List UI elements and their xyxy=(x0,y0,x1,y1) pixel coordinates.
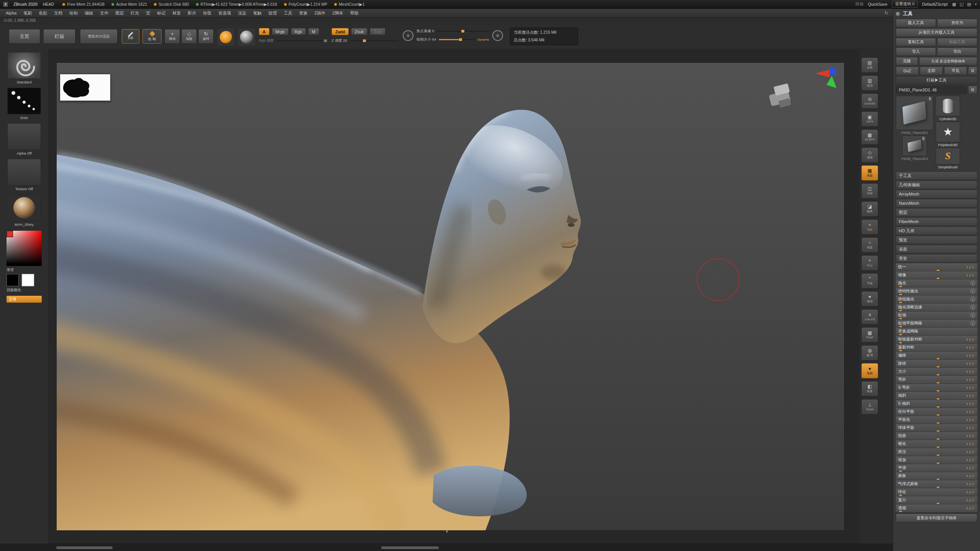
deform-slider[interactable]: 弯折xyz xyxy=(896,376,977,384)
deform-slider[interactable]: 按特性抛光1 xyxy=(896,287,977,295)
current-brush-button[interactable] xyxy=(217,28,235,46)
canvas-document[interactable] xyxy=(56,62,844,531)
zoom3d-button[interactable]: ◎Zoom3D xyxy=(861,93,878,109)
scrollbar-handle[interactable] xyxy=(381,546,439,549)
tool-thumbnail-active[interactable]: 5 xyxy=(896,96,933,130)
menu-item-4[interactable]: 绘制 xyxy=(66,9,81,17)
menu-item-1[interactable]: 笔刷 xyxy=(20,9,35,17)
texture-thumbnail[interactable] xyxy=(7,159,41,186)
doc-panel-icon[interactable]: ▤ xyxy=(967,2,971,7)
m-button[interactable]: M xyxy=(308,28,319,35)
axes-toggle[interactable]: xyz xyxy=(967,394,975,398)
goz-r-button[interactable]: R xyxy=(968,67,977,75)
brush-button[interactable]: ●笔刷 xyxy=(861,363,878,378)
deform-slider[interactable]: 倾斜xyz xyxy=(896,392,977,400)
section-5[interactable]: FiberMesh xyxy=(896,217,977,226)
lightbox-tool-button[interactable]: 灯箱▶工具 xyxy=(896,76,977,85)
focal-shift-slider[interactable] xyxy=(437,31,489,32)
axes-toggle[interactable]: xyz xyxy=(967,450,975,454)
import-button[interactable]: 导入 xyxy=(896,47,936,56)
axes-toggle[interactable]: xyz xyxy=(967,337,975,341)
axes-toggle[interactable]: xyz xyxy=(967,378,975,381)
screen-icon[interactable]: ◱ xyxy=(960,2,964,7)
paste-tool-button[interactable]: 粘贴工具 xyxy=(937,38,977,46)
axes-toggle[interactable]: xyz xyxy=(967,442,975,446)
menu-item-13[interactable]: 拾取 xyxy=(199,9,215,17)
axes-toggle[interactable]: 1 xyxy=(970,321,975,326)
deform-slider[interactable]: 松弛平面网格1 xyxy=(896,320,977,328)
symmetry-button[interactable]: ◫对称 xyxy=(861,183,878,199)
menu-item-18[interactable]: 工具 xyxy=(280,9,296,17)
rgb-intensity-slider[interactable] xyxy=(276,40,326,41)
deform-slider[interactable]: 抛光1 xyxy=(896,279,977,287)
axes-toggle[interactable]: xyz xyxy=(967,354,975,357)
axes-toggle[interactable]: 1 xyxy=(970,305,975,310)
aa-half-button[interactable]: ▩AC50% xyxy=(861,129,878,145)
scroll-button[interactable]: ▥滚动 xyxy=(861,75,878,91)
alpha-thumbnail[interactable] xyxy=(7,123,41,150)
menu-item-17[interactable]: 纹理 xyxy=(265,9,280,17)
tool-thumbnail[interactable]: S xyxy=(936,148,960,165)
deform-slider[interactable]: 镜像xyz xyxy=(896,271,977,279)
draw-size-slider[interactable] xyxy=(439,39,475,40)
axes-toggle[interactable]: 1 xyxy=(970,289,975,293)
goz-visible-button[interactable]: 可见 xyxy=(944,67,967,75)
deform-slider[interactable]: 膨胀xyz xyxy=(896,472,977,480)
deform-slider[interactable]: 球化xyz xyxy=(896,488,977,496)
section-2[interactable]: ArrayMesh xyxy=(896,190,977,198)
quicksave-button[interactable]: QuickSave xyxy=(868,2,887,7)
section-6[interactable]: HD 几何 xyxy=(896,227,977,235)
axes-toggle[interactable]: xyz xyxy=(967,273,975,277)
center-button[interactable]: +中心 xyxy=(861,255,878,271)
section-0[interactable]: 子工具 xyxy=(896,171,977,180)
deform-slider[interactable]: 重力xyz xyxy=(896,496,977,504)
horizontal-scrollbar[interactable] xyxy=(0,544,893,551)
zadd-button[interactable]: Zadd xyxy=(332,28,349,35)
deform-slider[interactable]: 偏移xyz xyxy=(896,352,977,360)
make-polymesh-button[interactable]: 生成 多边形网格物体 xyxy=(919,57,977,65)
menu-item-0[interactable]: Alpha xyxy=(2,9,20,17)
lightbox-button[interactable]: 灯箱 xyxy=(43,29,75,44)
goz-all-button[interactable]: 全部 xyxy=(920,67,943,75)
menu-item-2[interactable]: 色彩 xyxy=(35,9,51,17)
tool-thumbnail[interactable]: ★ xyxy=(936,122,960,142)
section-3[interactable]: NanoMesh xyxy=(896,199,977,207)
move-button[interactable]: + 移动 xyxy=(165,29,180,44)
tpose-button[interactable]: ⊥Tpose xyxy=(861,399,878,414)
current-color-swatch[interactable] xyxy=(7,231,13,237)
perspective-button[interactable]: ◇透视 xyxy=(861,147,878,163)
ghost-button[interactable]: ◪幽灵 xyxy=(861,201,878,217)
deform-slider[interactable]: 平滑xyz xyxy=(896,464,977,472)
pan-button[interactable]: *平移 xyxy=(861,273,878,289)
draw-button[interactable]: 绘 制 xyxy=(142,29,162,44)
axes-toggle[interactable]: xyz xyxy=(967,458,975,462)
active-tool-r-button[interactable]: R xyxy=(968,86,977,94)
axes-toggle[interactable]: xyz xyxy=(967,402,975,406)
tool-thumbnail[interactable] xyxy=(936,96,960,116)
move-canvas-button[interactable]: ●移动 xyxy=(861,291,878,306)
rotate-button[interactable]: ↻ 旋转 xyxy=(198,29,214,44)
line-fill-button[interactable]: ≡Line Fill xyxy=(861,309,878,324)
axes-toggle[interactable]: xyz xyxy=(967,418,975,422)
menu-item-9[interactable]: 宏 xyxy=(142,9,154,17)
deform-slider[interactable]: 气球式膨胀xyz xyxy=(896,480,977,488)
scrollbar-segment[interactable] xyxy=(56,546,113,549)
menu-item-10[interactable]: 标记 xyxy=(154,9,169,17)
tool-palette-header[interactable]: 工具 xyxy=(896,9,977,19)
axes-toggle[interactable]: xyz xyxy=(967,426,975,430)
home-button[interactable]: 主页 xyxy=(9,29,40,44)
axes-toggle[interactable]: xyz xyxy=(967,506,975,510)
axes-toggle[interactable]: xyz xyxy=(967,386,975,390)
deform-slider[interactable]: 松弛1 xyxy=(896,311,977,320)
axis-gizmo[interactable] xyxy=(766,64,843,118)
save-as-button[interactable]: 另存为 xyxy=(937,19,977,27)
export-button[interactable]: 导出 xyxy=(937,47,977,56)
deform-slider[interactable]: 抛光清晰边缘1 xyxy=(896,303,977,311)
current-material-button[interactable] xyxy=(237,28,256,46)
axes-toggle[interactable]: xyz xyxy=(967,265,975,269)
menu-item-8[interactable]: 灯光 xyxy=(127,9,142,17)
section-4[interactable]: 图层 xyxy=(896,208,977,217)
axes-toggle[interactable]: xyz xyxy=(967,362,975,365)
deform-slider[interactable]: 平面化xyz xyxy=(896,416,977,424)
transparency-button[interactable]: ◍透 明 xyxy=(861,345,878,360)
